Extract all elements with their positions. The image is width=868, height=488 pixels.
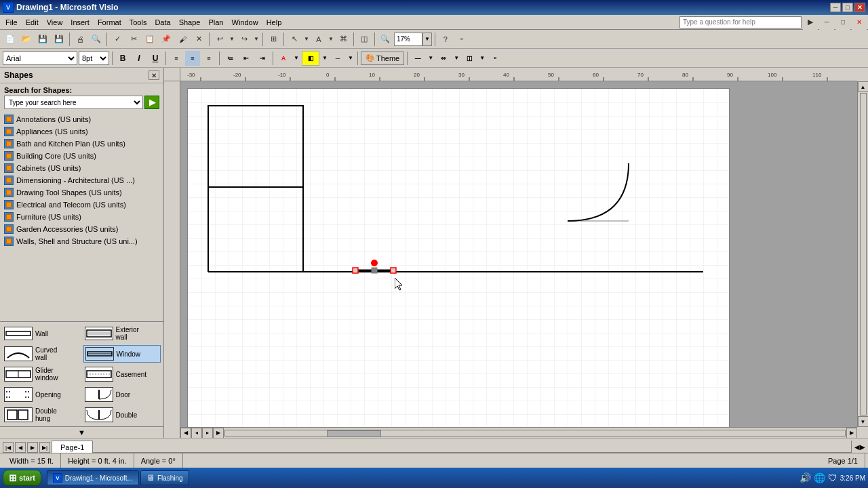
security-icon[interactable]: 🛡 bbox=[828, 472, 837, 483]
maximize-button[interactable]: □ bbox=[842, 3, 853, 12]
menu-help[interactable]: Help bbox=[262, 17, 286, 28]
shape-glider-window[interactable]: Gliderwindow bbox=[3, 365, 81, 383]
more-fmt-button[interactable]: » bbox=[488, 51, 502, 66]
zoom-dropdown[interactable]: ▼ bbox=[422, 33, 432, 46]
align-right-button[interactable]: ≡ bbox=[201, 51, 216, 66]
category-cabinets[interactable]: Cabinets (US units) bbox=[0, 162, 163, 174]
scroll-next-page-button[interactable]: ▸ bbox=[202, 428, 213, 439]
menu-shape[interactable]: Shape bbox=[175, 17, 205, 28]
undo-button[interactable]: ↩ bbox=[212, 32, 227, 47]
speaker-icon[interactable]: 🔊 bbox=[800, 472, 811, 483]
scroll-right-end-button[interactable]: ▶ bbox=[846, 428, 857, 439]
search-shapes-input[interactable]: Type your search here bbox=[4, 96, 143, 109]
network-icon[interactable]: 🌐 bbox=[814, 472, 825, 483]
delete-button[interactable]: ✕ bbox=[191, 32, 206, 47]
page-prev-button[interactable]: ◀ bbox=[15, 442, 26, 453]
shadow-fmt-dropdown[interactable]: ▼ bbox=[478, 51, 486, 66]
text-tool[interactable]: A bbox=[311, 32, 326, 47]
shape-door[interactable]: Door bbox=[83, 386, 161, 403]
font-size-select[interactable]: 8pt bbox=[79, 52, 109, 65]
start-button[interactable]: ⊞ start bbox=[3, 470, 41, 486]
line-color-button[interactable]: ─ bbox=[330, 51, 345, 66]
line-color-dropdown[interactable]: ▼ bbox=[347, 51, 355, 66]
redo-button[interactable]: ↪ bbox=[237, 32, 252, 47]
bold-button[interactable]: B bbox=[115, 51, 130, 66]
new-button[interactable]: 📄 bbox=[3, 32, 18, 47]
window-minimize-icon[interactable]: ─ bbox=[819, 15, 834, 30]
menu-view[interactable]: View bbox=[43, 17, 67, 28]
align-left-button[interactable]: ≡ bbox=[169, 51, 184, 66]
font-color-dropdown[interactable]: ▼ bbox=[292, 51, 300, 66]
scroll-prev-page-button[interactable]: ◂ bbox=[191, 428, 202, 439]
decrease-indent-button[interactable]: ⇤ bbox=[239, 51, 254, 66]
copy-button[interactable]: 📋 bbox=[142, 32, 157, 47]
theme-button[interactable]: 🎨 Theme bbox=[361, 52, 404, 65]
undo-dropdown[interactable]: ▼ bbox=[229, 32, 235, 47]
drawing-canvas[interactable] bbox=[187, 88, 730, 427]
sidebar-scroll-down[interactable]: ▼ bbox=[0, 426, 163, 438]
spelling-button[interactable]: ✓ bbox=[110, 32, 125, 47]
shape-casement[interactable]: Casement bbox=[83, 365, 161, 383]
shadow-button[interactable]: ◫ bbox=[357, 32, 372, 47]
category-annotations[interactable]: Annotations (US units) bbox=[0, 113, 163, 125]
scroll-left-button[interactable]: ◀ bbox=[180, 428, 191, 439]
save-button[interactable]: 💾 bbox=[35, 32, 50, 47]
align-center-button[interactable]: ≡ bbox=[185, 51, 200, 66]
zoom-control[interactable]: 17% ▼ bbox=[394, 33, 432, 46]
help-search-input[interactable] bbox=[679, 16, 802, 28]
search-go-button[interactable]: ▶ bbox=[144, 96, 159, 109]
connect-tool[interactable]: ⌘ bbox=[336, 32, 351, 47]
horizontal-scrollbar[interactable]: ◀ ◂ ▸ ▶ ▶ bbox=[180, 427, 857, 438]
zoom-out-button[interactable]: 🔍 bbox=[378, 32, 393, 47]
category-dimensioning[interactable]: Dimensioning - Architectural (US ...) bbox=[0, 174, 163, 186]
text-dropdown[interactable]: ▼ bbox=[328, 32, 334, 47]
page-last-button[interactable]: ▶| bbox=[39, 442, 50, 453]
print-preview-button[interactable]: 🔍 bbox=[89, 32, 104, 47]
shape-window[interactable]: Window bbox=[83, 345, 161, 363]
menu-plan[interactable]: Plan bbox=[204, 17, 227, 28]
paste-button[interactable]: 📌 bbox=[159, 32, 174, 47]
more-button[interactable]: » bbox=[454, 32, 469, 47]
font-color-button[interactable]: A bbox=[276, 51, 291, 66]
italic-button[interactable]: I bbox=[132, 51, 146, 66]
shape-double-hung[interactable]: Doublehung bbox=[3, 406, 81, 424]
underline-button[interactable]: U bbox=[148, 51, 163, 66]
menu-tools[interactable]: Tools bbox=[125, 17, 151, 28]
vertical-scrollbar[interactable]: ▲ ▼ bbox=[857, 81, 868, 427]
minimize-button[interactable]: ─ bbox=[830, 3, 841, 12]
shape-wall[interactable]: Wall bbox=[3, 325, 81, 342]
bullets-button[interactable]: ≔ bbox=[222, 51, 237, 66]
h-scroll-thumb[interactable] bbox=[327, 430, 381, 437]
category-electrical[interactable]: Electrical and Telecom (US units) bbox=[0, 199, 163, 211]
shape-exterior-wall[interactable]: Exteriorwall bbox=[83, 325, 161, 342]
zoom-input[interactable]: 17% bbox=[394, 33, 422, 46]
category-walls[interactable]: Walls, Shell and Structure (US uni...) bbox=[0, 235, 163, 247]
format-painter-button[interactable]: 🖌 bbox=[175, 32, 190, 47]
line-style-dropdown[interactable]: ▼ bbox=[427, 51, 435, 66]
help-search-go[interactable]: ▶ bbox=[803, 15, 818, 30]
line-style-button[interactable]: — bbox=[410, 51, 425, 66]
shape-double[interactable]: Double bbox=[83, 406, 161, 424]
print-button[interactable]: 🖨 bbox=[73, 32, 87, 47]
scroll-up-button[interactable]: ▲ bbox=[858, 81, 869, 92]
menu-data[interactable]: Data bbox=[151, 17, 174, 28]
page-first-button[interactable]: |◀ bbox=[3, 442, 14, 453]
line-ends-dropdown[interactable]: ▼ bbox=[452, 51, 460, 66]
font-name-select[interactable]: Arial bbox=[3, 52, 77, 65]
category-furniture[interactable]: Furniture (US units) bbox=[0, 211, 163, 223]
v-scroll-track[interactable] bbox=[860, 93, 867, 415]
shapes-panel-close[interactable]: ✕ bbox=[149, 70, 159, 80]
taskbar-flashing[interactable]: 🖥 Flashing bbox=[140, 470, 189, 485]
scroll-down-button[interactable]: ▼ bbox=[858, 416, 869, 427]
close-button[interactable]: ✕ bbox=[854, 3, 865, 12]
redo-dropdown[interactable]: ▼ bbox=[253, 32, 260, 47]
category-drawing-tools[interactable]: Drawing Tool Shapes (US units) bbox=[0, 186, 163, 199]
menu-format[interactable]: Format bbox=[94, 17, 125, 28]
save-as-button[interactable]: 💾 bbox=[52, 32, 66, 47]
increase-indent-button[interactable]: ⇥ bbox=[255, 51, 270, 66]
scroll-right-button[interactable]: ▶ bbox=[213, 428, 224, 439]
connect-shapes[interactable]: ⊞ bbox=[266, 32, 281, 47]
category-bath-kitchen[interactable]: Bath and Kitchen Plan (US units) bbox=[0, 138, 163, 150]
cut-button[interactable]: ✂ bbox=[126, 32, 141, 47]
pointer-dropdown[interactable]: ▼ bbox=[303, 32, 310, 47]
